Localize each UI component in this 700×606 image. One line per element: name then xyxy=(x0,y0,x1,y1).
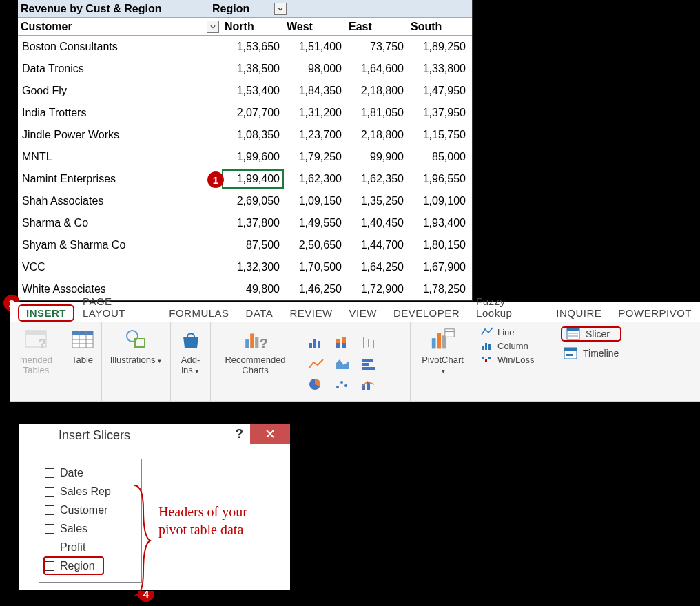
cell[interactable]: 1,09,150 xyxy=(284,195,346,207)
cell[interactable]: 1,37,950 xyxy=(408,107,470,119)
cell[interactable]: 1,89,250 xyxy=(408,41,470,53)
cell[interactable]: 1,33,800 xyxy=(408,63,470,75)
cell[interactable]: 1,38,500 xyxy=(222,63,284,75)
ribbon-tab-inquire[interactable]: INQUIRE xyxy=(548,304,610,322)
help-icon[interactable]: ? xyxy=(235,426,243,441)
checkbox[interactable] xyxy=(45,524,54,534)
ribbon-tab-data[interactable]: DATA xyxy=(238,304,282,322)
row-label[interactable]: Namint Enterprises xyxy=(18,173,222,185)
cell[interactable]: 85,000 xyxy=(408,151,470,163)
ribbon-tab-formulas[interactable]: FORMULAS xyxy=(161,304,237,322)
ribbon-tab-fuzzy-lookup[interactable]: Fuzzy Lookup xyxy=(468,293,548,322)
ribbon-tab-review[interactable]: REVIEW xyxy=(281,304,340,322)
cell[interactable]: 1,15,750 xyxy=(408,129,470,141)
scatter-chart-icon[interactable] xyxy=(334,377,351,391)
cell[interactable]: 1,93,400 xyxy=(408,217,470,229)
row-label[interactable]: Jindle Power Works xyxy=(18,129,222,141)
col-header-east[interactable]: East xyxy=(346,18,408,35)
cell[interactable]: 98,000 xyxy=(284,63,346,75)
line-chart-icon[interactable] xyxy=(308,357,325,370)
cell[interactable]: 1,46,250 xyxy=(284,283,346,295)
cell[interactable]: 1,70,500 xyxy=(284,261,346,273)
cell[interactable]: 1,64,600 xyxy=(346,63,408,75)
cell[interactable]: 1,51,400 xyxy=(284,41,346,53)
row-label[interactable]: Shah Associates xyxy=(18,195,222,207)
cell[interactable]: 1,78,250 xyxy=(408,283,470,295)
cell[interactable]: 2,69,050 xyxy=(222,195,284,207)
sparkline-line-button[interactable]: Line xyxy=(481,326,534,337)
cell[interactable]: 1,35,250 xyxy=(346,195,408,207)
row-label[interactable]: VCC xyxy=(18,261,222,273)
cell[interactable]: 2,18,800 xyxy=(346,129,408,141)
row-label[interactable]: Boston Consultants xyxy=(18,41,222,53)
region-filter-dropdown[interactable] xyxy=(274,3,287,15)
checkbox[interactable] xyxy=(45,543,54,552)
ribbon-tab-view[interactable]: VIEW xyxy=(341,304,385,322)
col-header-south[interactable]: South xyxy=(408,18,470,35)
cell[interactable]: 73,750 xyxy=(346,41,408,53)
row-label[interactable]: India Trotters xyxy=(18,107,222,119)
bar-chart-icon[interactable] xyxy=(308,336,325,350)
cell[interactable]: 1,72,900 xyxy=(346,283,408,295)
ribbon-tab-insert[interactable]: INSERT xyxy=(18,304,74,322)
area-chart-icon[interactable] xyxy=(334,357,351,370)
cell[interactable]: 1,99,600 xyxy=(222,151,284,163)
cell[interactable]: 1,84,350 xyxy=(284,85,346,97)
cell[interactable]: 1,53,650 xyxy=(222,41,284,53)
cell[interactable]: 1,62,300 xyxy=(284,173,346,185)
checkbox[interactable] xyxy=(45,505,54,515)
slicer-field-date[interactable]: Date xyxy=(45,463,136,482)
sparkline-winloss-button[interactable]: Win/Loss xyxy=(481,354,534,365)
cell[interactable]: 2,07,700 xyxy=(222,107,284,119)
stock-chart-icon[interactable] xyxy=(360,336,377,350)
timeline-button[interactable]: Timeline xyxy=(561,347,621,359)
row-label[interactable]: Sharma & Co xyxy=(18,217,222,229)
cell[interactable]: 1,37,800 xyxy=(222,217,284,229)
cell[interactable]: 1,53,400 xyxy=(222,85,284,97)
cell[interactable]: 2,50,650 xyxy=(284,239,346,251)
cell[interactable]: 1,09,100 xyxy=(408,195,470,207)
slicer-field-sales[interactable]: Sales xyxy=(45,519,136,538)
cell[interactable]: 1,81,050 xyxy=(346,107,408,119)
cell[interactable]: 1,47,950 xyxy=(408,85,470,97)
checkbox[interactable] xyxy=(45,468,54,478)
slicer-field-customer[interactable]: Customer xyxy=(45,501,136,519)
cell[interactable]: 99,900 xyxy=(346,151,408,163)
close-button[interactable] xyxy=(250,424,290,444)
cell[interactable]: 1,67,900 xyxy=(408,261,470,273)
cell[interactable]: 1,08,350 xyxy=(222,129,284,141)
pie-chart-icon[interactable] xyxy=(308,377,325,391)
cell[interactable]: 87,500 xyxy=(222,239,284,251)
cell[interactable]: 1,31,200 xyxy=(284,107,346,119)
cell[interactable]: 1,99,400 xyxy=(222,169,284,189)
cell[interactable]: 1,64,250 xyxy=(346,261,408,273)
slicer-field-region[interactable]: Region xyxy=(43,556,104,575)
cell[interactable]: 1,44,700 xyxy=(346,239,408,251)
cell[interactable]: 1,23,700 xyxy=(284,129,346,141)
cell[interactable]: 1,49,550 xyxy=(284,217,346,229)
slicer-button[interactable]: Slicer xyxy=(561,326,621,342)
cell[interactable]: 1,62,350 xyxy=(346,173,408,185)
cell[interactable]: 1,79,250 xyxy=(284,151,346,163)
bar-h-icon[interactable] xyxy=(360,357,377,370)
ribbon-tab-powerpivot[interactable]: POWERPIVOT xyxy=(610,304,700,322)
checkbox[interactable] xyxy=(45,561,54,571)
row-label[interactable]: Good Fly xyxy=(18,85,222,97)
stacked-bar-icon[interactable] xyxy=(334,336,351,350)
checkbox[interactable] xyxy=(45,487,54,497)
pivotchart-button[interactable]: PivotChart▼ xyxy=(411,322,475,401)
slicer-field-sales-rep[interactable]: Sales Rep xyxy=(45,482,136,501)
cell[interactable]: 1,80,150 xyxy=(408,239,470,251)
recommended-charts-button[interactable]: ? Recommended Charts xyxy=(211,322,300,401)
row-label[interactable]: Data Tronics xyxy=(18,63,222,75)
sparkline-column-button[interactable]: Column xyxy=(481,340,534,351)
cell[interactable]: 1,96,550 xyxy=(408,173,470,185)
cell[interactable]: 2,18,800 xyxy=(346,85,408,97)
col-header-west[interactable]: West xyxy=(284,18,346,35)
row-label[interactable]: Shyam & Sharma Co xyxy=(18,239,222,251)
customer-filter-dropdown[interactable] xyxy=(207,21,219,33)
cell[interactable]: 1,40,450 xyxy=(346,217,408,229)
cell[interactable]: 1,32,300 xyxy=(222,261,284,273)
illustrations-button[interactable]: Illustrations▼ xyxy=(102,322,171,401)
slicer-field-profit[interactable]: Profit xyxy=(45,538,136,556)
